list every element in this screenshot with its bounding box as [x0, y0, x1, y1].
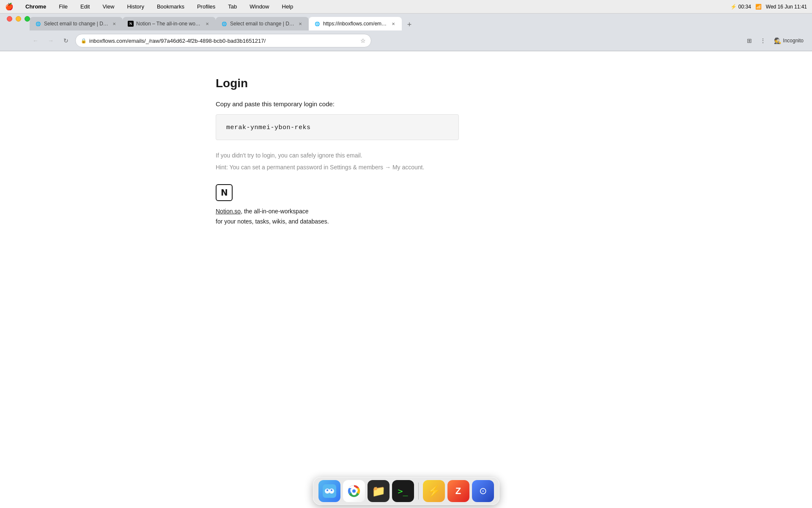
back-button[interactable]: ←: [30, 35, 41, 47]
tab-3-favicon: 🌐: [221, 20, 228, 27]
dock-container: 📁 >_ ⚡ Z ⊙: [0, 474, 812, 508]
menubar-window[interactable]: Window: [247, 3, 272, 11]
email-container: Login Copy and paste this temporary logi…: [199, 68, 613, 233]
url-bar[interactable]: 🔒 inboxflows.com/emails/_/raw/97a46d62-4…: [75, 34, 371, 47]
incognito-icon: 🕵: [774, 37, 781, 44]
notion-footer: 𝗡 Notion.so, the all-in-one-workspace fo…: [216, 184, 596, 225]
tab-1-favicon: 🌐: [35, 20, 41, 27]
menubar-bookmarks[interactable]: Bookmarks: [154, 3, 187, 11]
dock-finder[interactable]: [318, 480, 340, 502]
close-window-button[interactable]: [7, 16, 12, 22]
tab-1-title: Select email to change | Djang: [44, 21, 108, 27]
menubar-view[interactable]: View: [100, 3, 117, 11]
menubar-history[interactable]: History: [124, 3, 146, 11]
tab-3[interactable]: 🌐 Select email to change | Djang ✕: [216, 17, 309, 30]
url-text: inboxflows.com/emails/_/raw/97a46d62-4f2…: [89, 38, 358, 44]
notion-link-suffix: , the all-in-one-workspace: [241, 208, 308, 215]
login-code-box: merak-ynmei-ybon-reks: [216, 114, 459, 140]
notion-tagline: for your notes, tasks, wikis, and databa…: [216, 218, 596, 225]
menubar: 🍎 Chrome File Edit View History Bookmark…: [0, 0, 812, 14]
login-code-text: merak-ynmei-ybon-reks: [226, 124, 311, 131]
traffic-lights: [7, 16, 30, 22]
notion-logo-icon: 𝗡: [216, 184, 233, 201]
browser-chrome: 🌐 Select email to change | Djang ✕ N Not…: [0, 14, 812, 51]
tab-4[interactable]: 🌐 https://inboxflows.com/emails/ ✕: [309, 17, 402, 30]
svg-point-3: [326, 489, 328, 491]
dock-lightning-app[interactable]: ⚡: [423, 480, 445, 502]
ignore-text: If you didn't try to login, you can safe…: [216, 152, 596, 159]
menubar-right: ⚡ 00:34 📶 Wed 16 Jun 11:41: [730, 4, 807, 10]
menubar-profiles[interactable]: Profiles: [195, 3, 218, 11]
svg-point-4: [331, 489, 332, 491]
battery-time: 00:34: [738, 4, 751, 10]
dock: 📁 >_ ⚡ Z ⊙: [313, 477, 499, 505]
maximize-window-button[interactable]: [25, 16, 30, 22]
reload-button[interactable]: ↻: [60, 35, 72, 47]
battery-indicator: ⚡ 00:34: [730, 4, 751, 10]
incognito-profile[interactable]: 🕵 Incognito: [771, 36, 807, 45]
apple-menu[interactable]: 🍎: [5, 3, 14, 11]
tab-4-favicon: 🌐: [314, 20, 321, 27]
dock-files[interactable]: 📁: [368, 480, 390, 502]
tab-3-close[interactable]: ✕: [297, 20, 304, 27]
dock-terminal[interactable]: >_: [392, 480, 414, 502]
bookmark-star-icon[interactable]: ☆: [360, 37, 366, 44]
menubar-edit[interactable]: Edit: [78, 3, 92, 11]
incognito-label: Incognito: [783, 38, 804, 44]
tab-bar: 🌐 Select email to change | Djang ✕ N Not…: [0, 14, 812, 30]
tab-1[interactable]: 🌐 Select email to change | Djang ✕: [30, 17, 123, 30]
tab-4-close[interactable]: ✕: [390, 20, 397, 27]
more-options-button[interactable]: ⋮: [757, 35, 769, 47]
page-content: Login Copy and paste this temporary logi…: [0, 51, 812, 475]
tab-1-close[interactable]: ✕: [111, 20, 118, 27]
wifi-icon: 📶: [755, 4, 762, 10]
svg-point-8: [352, 489, 356, 493]
tab-2-close[interactable]: ✕: [204, 20, 211, 27]
tab-2[interactable]: N Notion – The all-in-one works ✕: [123, 17, 216, 30]
dock-divider: [418, 483, 419, 500]
menubar-file[interactable]: File: [56, 3, 70, 11]
notion-link-line: Notion.so, the all-in-one-workspace: [216, 208, 596, 215]
menubar-tab[interactable]: Tab: [225, 3, 239, 11]
dock-app5[interactable]: Z: [447, 480, 469, 502]
tab-3-title: Select email to change | Djang: [230, 21, 294, 27]
address-bar: ← → ↻ 🔒 inboxflows.com/emails/_/raw/97a4…: [0, 30, 812, 51]
email-subtitle: Copy and paste this temporary login code…: [216, 100, 596, 108]
toolbar-right: ⊞ ⋮ 🕵 Incognito: [743, 35, 807, 47]
hint-text: Hint: You can set a permanent password i…: [216, 164, 596, 171]
notion-link[interactable]: Notion.so: [216, 208, 241, 215]
dock-app6[interactable]: ⊙: [472, 480, 494, 502]
menubar-help[interactable]: Help: [280, 3, 296, 11]
email-title: Login: [216, 77, 596, 90]
minimize-window-button[interactable]: [16, 16, 21, 22]
lock-icon: 🔒: [81, 38, 87, 44]
extensions-button[interactable]: ⊞: [743, 35, 755, 47]
new-tab-button[interactable]: +: [403, 19, 415, 30]
tab-4-title: https://inboxflows.com/emails/: [323, 21, 387, 27]
tab-2-title: Notion – The all-in-one works: [136, 21, 201, 27]
dock-chrome[interactable]: [343, 480, 365, 502]
forward-button[interactable]: →: [45, 35, 57, 47]
menubar-chrome[interactable]: Chrome: [23, 3, 49, 11]
tab-2-favicon: N: [128, 21, 134, 27]
menu-clock: Wed 16 Jun 11:41: [766, 4, 807, 10]
